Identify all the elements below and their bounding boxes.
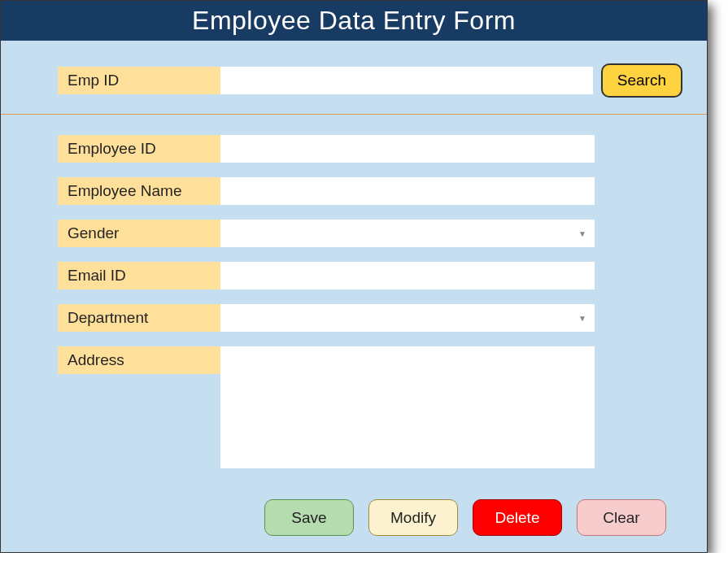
department-select[interactable] [220, 304, 595, 332]
title-bar: Employee Data Entry Form [1, 1, 707, 41]
email-id-label: Email ID [58, 262, 220, 289]
row-employee-id: Employee ID [58, 135, 650, 163]
form-section: Employee ID Employee Name Gender ▼ Email… [1, 115, 707, 468]
address-textarea[interactable] [220, 346, 595, 468]
save-button[interactable]: Save [264, 499, 354, 536]
button-row: Save Modify Delete Clear [1, 483, 707, 536]
form-title: Employee Data Entry Form [192, 6, 516, 35]
employee-id-label: Employee ID [58, 135, 220, 163]
gender-select[interactable] [220, 220, 595, 247]
department-label: Department [58, 304, 220, 332]
row-gender: Gender ▼ [58, 220, 650, 247]
employee-form-window: Employee Data Entry Form Emp ID Search E… [0, 0, 708, 553]
row-address: Address [58, 346, 650, 468]
employee-name-input[interactable] [220, 177, 595, 205]
email-id-input[interactable] [220, 262, 595, 289]
emp-id-search-label: Emp ID [58, 67, 220, 94]
modify-button[interactable]: Modify [368, 499, 458, 536]
employee-id-input[interactable] [220, 135, 595, 163]
delete-button[interactable]: Delete [473, 499, 562, 536]
emp-id-search-input[interactable] [220, 67, 593, 94]
search-section: Emp ID Search [1, 41, 707, 114]
clear-button[interactable]: Clear [577, 499, 666, 536]
search-button[interactable]: Search [601, 63, 682, 98]
row-email-id: Email ID [58, 262, 650, 289]
row-employee-name: Employee Name [58, 177, 650, 205]
row-department: Department ▼ [58, 304, 650, 332]
gender-label: Gender [58, 220, 220, 247]
employee-name-label: Employee Name [58, 177, 220, 205]
address-label: Address [58, 346, 220, 374]
